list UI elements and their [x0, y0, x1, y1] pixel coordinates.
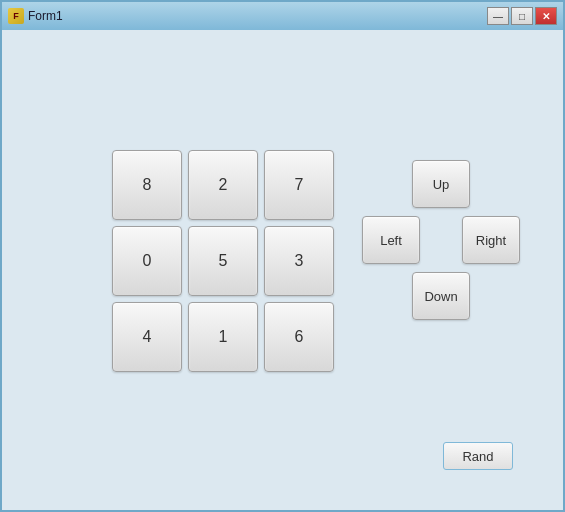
grid-cell-2[interactable]: 7	[264, 150, 334, 220]
title-bar: F Form1 — □ ✕	[2, 2, 563, 30]
grid-cell-1[interactable]: 2	[188, 150, 258, 220]
maximize-button[interactable]: □	[511, 7, 533, 25]
number-grid: 8 2 7 0 5 3 4 1 6	[112, 150, 334, 372]
grid-cell-3[interactable]: 0	[112, 226, 182, 296]
down-button[interactable]: Down	[412, 272, 470, 320]
app-icon: F	[8, 8, 24, 24]
grid-cell-7[interactable]: 1	[188, 302, 258, 372]
window-controls: — □ ✕	[487, 7, 557, 25]
grid-cell-6[interactable]: 4	[112, 302, 182, 372]
grid-cell-4[interactable]: 5	[188, 226, 258, 296]
grid-cell-0[interactable]: 8	[112, 150, 182, 220]
window-title: Form1	[28, 9, 63, 23]
main-window: F Form1 — □ ✕ 8 2 7 0 5 3 4 1 6 Up Left …	[0, 0, 565, 512]
direction-pad: Up Left Right Down	[362, 160, 522, 340]
left-button[interactable]: Left	[362, 216, 420, 264]
minimize-button[interactable]: —	[487, 7, 509, 25]
content-area: 8 2 7 0 5 3 4 1 6 Up Left Right Down Ran…	[2, 30, 563, 510]
up-button[interactable]: Up	[412, 160, 470, 208]
rand-button[interactable]: Rand	[443, 442, 513, 470]
close-button[interactable]: ✕	[535, 7, 557, 25]
title-bar-left: F Form1	[8, 8, 63, 24]
grid-cell-5[interactable]: 3	[264, 226, 334, 296]
right-button[interactable]: Right	[462, 216, 520, 264]
grid-cell-8[interactable]: 6	[264, 302, 334, 372]
